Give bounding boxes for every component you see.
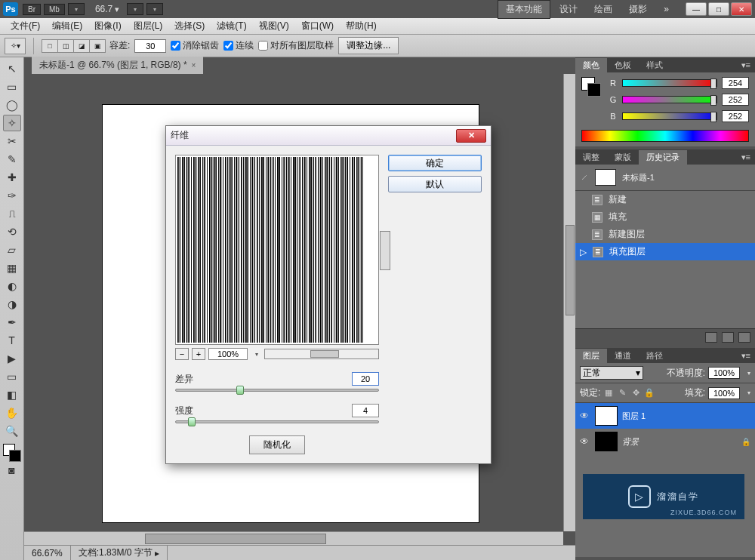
menu-file[interactable]: 文件(F) xyxy=(5,20,46,32)
lock-position-icon[interactable]: ✥ xyxy=(630,388,641,398)
filter-preview[interactable] xyxy=(175,155,379,345)
sel-add[interactable]: ◫ xyxy=(57,39,74,53)
workspace-tab-photo[interactable]: 摄影 xyxy=(621,1,655,18)
antialias-checkbox[interactable]: 消除锯齿 xyxy=(171,39,219,52)
tab-channels[interactable]: 通道 xyxy=(607,349,639,363)
history-item[interactable]: ≣新建 xyxy=(575,191,755,208)
menu-help[interactable]: 帮助(H) xyxy=(340,20,383,32)
tool-preset-icon[interactable]: ✧▾ xyxy=(5,38,26,54)
window-maximize[interactable]: □ xyxy=(708,2,729,16)
stamp-tool[interactable]: ⎍ xyxy=(3,205,21,222)
blend-mode-select[interactable]: 正常▾ xyxy=(580,366,643,380)
lock-transparent-icon[interactable]: ▦ xyxy=(603,388,614,398)
window-minimize[interactable]: — xyxy=(686,2,707,16)
arrange-dropdown[interactable]: ▾ xyxy=(127,3,143,15)
panel-menu-icon[interactable]: ▾≡ xyxy=(737,152,755,162)
preview-h-scroll[interactable] xyxy=(264,349,379,359)
new-doc-icon[interactable] xyxy=(722,332,734,343)
menu-edit[interactable]: 编辑(E) xyxy=(46,20,88,32)
visibility-icon[interactable]: 👁 xyxy=(580,411,590,421)
strength-input[interactable] xyxy=(352,404,379,417)
status-doc-info[interactable]: 文档:1.83M/0 字节 ▸ xyxy=(71,546,168,560)
visibility-icon[interactable]: 👁 xyxy=(580,436,590,447)
magic-wand-tool[interactable]: ✧ xyxy=(3,115,21,131)
brush-tool[interactable]: ✑ xyxy=(3,187,21,204)
hand-tool[interactable]: ✋ xyxy=(3,405,21,421)
history-snapshot[interactable]: ⟋ 未标题-1 xyxy=(575,165,755,191)
move-tool[interactable]: ↖ xyxy=(3,60,21,77)
sel-new[interactable]: □ xyxy=(42,39,58,53)
3d-tool[interactable]: ◧ xyxy=(3,386,21,403)
panel-menu-icon[interactable]: ▾≡ xyxy=(737,351,755,361)
status-zoom[interactable]: 66.67% xyxy=(24,546,71,560)
b-input[interactable] xyxy=(722,110,749,122)
dialog-close-button[interactable]: ✕ xyxy=(456,129,486,143)
variance-input[interactable] xyxy=(352,372,379,386)
menu-layer[interactable]: 图层(L) xyxy=(128,20,169,32)
eyedropper-tool[interactable]: ✎ xyxy=(3,151,21,168)
pen-tool[interactable]: ✒ xyxy=(3,314,21,331)
all-layers-checkbox[interactable]: 对所有图层取样 xyxy=(258,39,334,52)
new-snapshot-icon[interactable] xyxy=(705,332,717,343)
tab-adjustments[interactable]: 调整 xyxy=(575,150,607,165)
layer-row[interactable]: 👁 图层 1 xyxy=(575,403,755,429)
lock-all-icon[interactable]: 🔒 xyxy=(644,388,655,398)
preview-zoom-input[interactable] xyxy=(208,348,248,360)
bridge-chip[interactable]: Br xyxy=(23,4,41,15)
tolerance-input[interactable] xyxy=(134,39,166,53)
b-slider[interactable] xyxy=(622,112,717,120)
vertical-scrollbar[interactable] xyxy=(563,74,575,531)
background-swatch[interactable] xyxy=(9,450,21,462)
randomize-button[interactable]: 随机化 xyxy=(249,435,305,454)
ok-button[interactable]: 确定 xyxy=(388,155,482,171)
quickmask-toggle[interactable]: ◙ xyxy=(3,462,21,478)
panel-menu-icon[interactable]: ▾≡ xyxy=(737,60,755,70)
r-slider[interactable] xyxy=(622,79,717,87)
spectrum-bar[interactable] xyxy=(581,130,749,142)
menu-select[interactable]: 选择(S) xyxy=(168,20,211,32)
screen-mode-dropdown[interactable]: ▾ xyxy=(68,3,85,15)
menu-window[interactable]: 窗口(W) xyxy=(295,20,340,32)
workspace-tab-essentials[interactable]: 基本功能 xyxy=(498,0,550,19)
shape-tool[interactable]: ▭ xyxy=(3,368,21,385)
zoom-level[interactable]: 66.7 ▾ xyxy=(88,4,127,14)
tab-swatches[interactable]: 色板 xyxy=(607,58,639,72)
healing-tool[interactable]: ✚ xyxy=(3,169,21,186)
tab-color[interactable]: 颜色 xyxy=(575,58,607,72)
dialog-titlebar[interactable]: 纤维 ✕ xyxy=(166,126,491,146)
fill-input[interactable] xyxy=(708,387,740,399)
history-brush-tool[interactable]: ⟲ xyxy=(3,223,21,240)
strength-slider[interactable] xyxy=(175,420,379,423)
close-tab-icon[interactable]: × xyxy=(192,61,196,69)
path-select-tool[interactable]: ▶ xyxy=(3,350,21,367)
layer-row[interactable]: 👁 背景 🔒 xyxy=(575,429,755,454)
menu-image[interactable]: 图像(I) xyxy=(88,20,127,32)
history-item[interactable]: ≣新建图层 xyxy=(575,226,755,243)
fg-bg-swatches[interactable] xyxy=(3,444,21,462)
tab-styles[interactable]: 样式 xyxy=(639,58,670,72)
preview-zoom-out[interactable]: − xyxy=(175,348,189,360)
opacity-input[interactable] xyxy=(708,367,740,379)
workspace-tab-design[interactable]: 设计 xyxy=(552,1,585,18)
contiguous-checkbox[interactable]: 连续 xyxy=(223,39,254,52)
g-slider[interactable] xyxy=(622,96,717,103)
blur-tool[interactable]: ◐ xyxy=(3,278,21,294)
r-input[interactable] xyxy=(722,77,749,89)
workspace-tab-paint[interactable]: 绘画 xyxy=(587,1,620,18)
tab-history[interactable]: 历史记录 xyxy=(639,150,687,165)
tab-masks[interactable]: 蒙版 xyxy=(607,150,639,165)
zoom-tool[interactable]: 🔍 xyxy=(3,423,21,439)
gradient-tool[interactable]: ▦ xyxy=(3,260,21,276)
type-tool[interactable]: T xyxy=(3,332,21,349)
history-item[interactable]: ▦填充 xyxy=(575,208,755,226)
marquee-tool[interactable]: ▭ xyxy=(3,78,21,95)
h-scroll-thumb[interactable] xyxy=(145,534,326,544)
refine-edge-button[interactable]: 调整边缘... xyxy=(338,37,399,54)
trash-icon[interactable] xyxy=(738,332,750,343)
workspace-more[interactable]: » xyxy=(656,2,676,17)
lasso-tool[interactable]: ◯ xyxy=(3,97,21,113)
v-scroll-thumb[interactable] xyxy=(565,225,575,315)
layer-name[interactable]: 图层 1 xyxy=(622,411,646,422)
sel-int[interactable]: ▣ xyxy=(89,39,106,53)
extras-dropdown[interactable]: ▾ xyxy=(146,3,163,15)
